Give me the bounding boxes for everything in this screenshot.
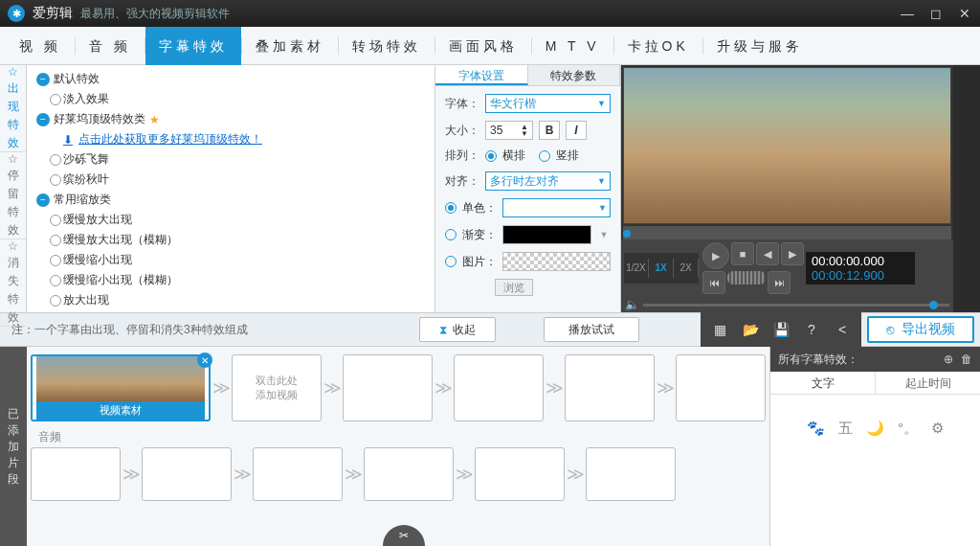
arrange-label: 排列： — [445, 148, 479, 164]
play-button[interactable]: ▶ — [702, 242, 729, 269]
collapse-button[interactable]: ⧗收起 — [419, 317, 496, 342]
fx-item[interactable]: 淡入效果 — [27, 89, 434, 109]
chevron-down-icon: ▼ — [597, 176, 606, 186]
paw-icon[interactable]: 🐾 — [807, 420, 825, 438]
bold-button[interactable]: B — [539, 121, 560, 140]
close-button[interactable]: ✕ — [957, 6, 972, 21]
tab-font-settings[interactable]: 字体设置 — [435, 65, 528, 85]
fx-item[interactable]: 缓慢缩小出现 — [27, 250, 434, 270]
fx-item[interactable]: ⬇ 点击此处获取更多好莱坞顶级特效！ — [27, 129, 434, 149]
fx-item[interactable]: 缓慢缩小出现（模糊） — [27, 270, 434, 290]
sparkle-icon[interactable]: °。 — [898, 420, 918, 438]
size-label: 大小： — [445, 123, 479, 139]
fx-item[interactable]: 沙砾飞舞 — [27, 149, 434, 170]
new-icon[interactable]: ▦ — [710, 320, 729, 339]
arrow-icon: ≫ — [567, 464, 584, 485]
timeline-clip[interactable] — [31, 447, 121, 501]
chevron-down-icon: ▼ — [597, 99, 606, 108]
tab-effect-params[interactable]: 特效参数 — [528, 65, 621, 85]
italic-button[interactable]: I — [566, 121, 587, 140]
open-icon[interactable]: 📂 — [741, 320, 760, 339]
prev-frame-button[interactable]: ◀ — [756, 242, 779, 265]
timeline-clip[interactable]: 双击此处 添加视频 — [232, 354, 322, 421]
browse-button[interactable]: 浏览 — [495, 279, 533, 296]
fx-group[interactable]: −默认特效 — [27, 69, 434, 89]
video-preview[interactable] — [623, 67, 951, 224]
radio-image[interactable] — [445, 256, 457, 267]
radio-horizontal[interactable] — [485, 150, 497, 162]
share-icon[interactable]: < — [833, 320, 852, 339]
timeline-clip[interactable] — [343, 354, 433, 421]
single-color-picker[interactable]: ▼ — [502, 198, 611, 217]
settings-panel: 字体设置 特效参数 字体： 华文行楷▼ 大小： 35▲▼ B I 排列： 横排 … — [435, 65, 621, 312]
help-icon[interactable]: ? — [802, 320, 821, 339]
timeline-clip[interactable] — [475, 447, 565, 501]
main-tab-3[interactable]: 叠加素材 — [242, 27, 338, 65]
fx-group[interactable]: −常用缩放类 — [27, 190, 434, 210]
main-tab-4[interactable]: 转场特效 — [339, 27, 434, 65]
main-tab-6[interactable]: M T V — [532, 27, 613, 65]
skip-back-button[interactable]: ⏮ — [702, 271, 725, 294]
save-icon[interactable]: 💾 — [771, 320, 791, 339]
jog-wheel[interactable] — [727, 271, 766, 284]
delete-fx-icon[interactable]: 🗑 — [961, 353, 972, 366]
align-label: 对齐： — [445, 173, 479, 190]
radio-gradient[interactable] — [445, 229, 457, 240]
timeline-clip[interactable] — [364, 447, 454, 501]
next-frame-button[interactable]: ▶ — [781, 242, 804, 265]
font-select[interactable]: 华文行楷▼ — [485, 94, 611, 113]
main-tab-5[interactable]: 画面风格 — [435, 27, 531, 65]
speed-half[interactable]: 1/2X — [624, 259, 649, 278]
fx-item[interactable]: 放大出现 — [27, 290, 434, 310]
fx-group[interactable]: −好莱坞顶级特效类 ★ — [27, 109, 434, 129]
image-fill-preview — [502, 252, 611, 271]
left-tab-1[interactable]: ☆停留特效 — [0, 152, 26, 239]
timeline-clip[interactable] — [586, 447, 676, 501]
speed-1x[interactable]: 1X — [649, 259, 674, 278]
fx-tab-timing[interactable]: 起止时间 — [875, 372, 980, 394]
gradient-picker[interactable] — [502, 225, 591, 244]
main-tab-8[interactable]: 升级与服务 — [703, 27, 816, 65]
remove-clip-icon[interactable]: ✕ — [197, 353, 212, 368]
speed-2x[interactable]: 2X — [674, 259, 699, 278]
fx-tab-text[interactable]: 文字 — [770, 372, 875, 394]
stop-button[interactable]: ■ — [731, 242, 754, 265]
skip-fwd-button[interactable]: ⏭ — [768, 271, 791, 294]
app-tagline: 最易用、强大的视频剪辑软件 — [80, 6, 230, 22]
fx-item[interactable]: 缤纷秋叶 — [27, 170, 434, 190]
play-test-button[interactable]: 播放试试 — [544, 317, 639, 342]
radio-single-color[interactable] — [445, 202, 457, 214]
main-tab-1[interactable]: 音 频 — [76, 27, 145, 65]
fx-item[interactable]: 缓慢放大出现 — [27, 210, 434, 230]
time-display: 00:00:00.000 00:00:12.900 — [806, 252, 915, 284]
effect-category-tabs: ☆出现特效☆停留特效☆消失特效 — [0, 65, 27, 312]
app-title: 爱剪辑 — [33, 5, 73, 22]
progress-bar[interactable] — [623, 226, 951, 239]
size-input[interactable]: 35▲▼ — [485, 121, 533, 140]
radio-vertical[interactable] — [539, 150, 550, 162]
fx-item[interactable]: 缓慢放大出现（模糊） — [27, 230, 434, 250]
text-icon[interactable]: 五 — [838, 420, 853, 438]
main-tab-2[interactable]: 字幕特效 — [145, 27, 241, 65]
export-button[interactable]: ⎋导出视频 — [867, 316, 974, 343]
align-select[interactable]: 多行时左对齐▼ — [485, 171, 611, 191]
minimize-button[interactable]: — — [900, 6, 915, 21]
timeline-clip[interactable] — [565, 354, 655, 421]
volume-icon[interactable]: 🔈 — [625, 298, 639, 311]
timeline-clip[interactable] — [454, 354, 544, 421]
timeline-clip[interactable]: ✕视频素材 — [31, 354, 211, 421]
left-tab-2[interactable]: ☆消失特效 — [0, 239, 26, 327]
timeline-clip[interactable] — [253, 447, 343, 501]
moon-icon[interactable]: 🌙 — [866, 420, 884, 438]
timeline-clip[interactable] — [676, 354, 766, 421]
gear-icon[interactable]: ⚙ — [931, 420, 944, 438]
main-tab-7[interactable]: 卡拉OK — [614, 27, 702, 65]
main-tab-0[interactable]: 视 频 — [6, 27, 75, 65]
arrow-icon: ≫ — [546, 377, 563, 398]
add-fx-icon[interactable]: ⊕ — [944, 353, 953, 366]
timeline-clip[interactable] — [142, 447, 232, 501]
maximize-button[interactable]: ◻ — [928, 6, 944, 21]
volume-slider[interactable] — [643, 304, 949, 307]
left-tab-0[interactable]: ☆出现特效 — [0, 65, 26, 152]
added-clips-tab[interactable]: 已添加片段 — [0, 347, 27, 546]
